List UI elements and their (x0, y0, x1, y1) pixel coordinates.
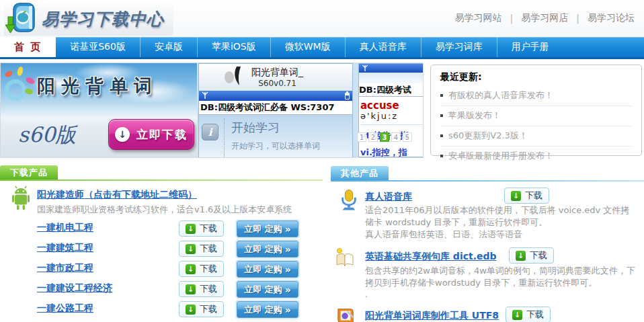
download-button-label: 下载 (200, 223, 217, 235)
download-button[interactable]: ↓ 下载 (179, 261, 224, 277)
phone-screenshot-2: DB:四级考试 accuse ə'kju:z vt.控告，指 vi.指控，指 (358, 63, 423, 157)
download-button[interactable]: ↓ 下载 (506, 307, 551, 322)
download-button[interactable]: ↓ 下载 (179, 281, 224, 297)
download-arrow-icon: ↓ (516, 251, 526, 261)
download-button-label: 下载 (200, 263, 217, 275)
order-button-label: 立即 定购 (244, 264, 282, 276)
download-arrow-icon: ↓ (115, 127, 130, 142)
banner-download-label: 立即下载 (136, 127, 188, 143)
link-forum[interactable]: 易学习论坛 (588, 12, 635, 24)
download-button[interactable]: ↓ 下载 (179, 301, 224, 317)
update-item: 有版权的真人语音库发布！ (440, 86, 632, 106)
header: 易学习下载中心 易学习网站 | 易学习网店 | 易学习论坛 (0, 0, 644, 37)
order-now-button[interactable]: 立即 定购 » (237, 241, 298, 257)
update-text: s60更新到V2.3版！ (448, 130, 528, 142)
pager-dot-2[interactable]: 2 (368, 132, 378, 142)
update-item: 安卓版最新使用手册发布！ (440, 147, 632, 166)
order-button-label: 立即 定购 (244, 243, 282, 255)
download-arrow-icon: ↓ (511, 191, 521, 201)
pager-dot-5[interactable]: 5 (403, 132, 412, 142)
order-now-button[interactable]: 立即 定购 » (237, 261, 298, 278)
download-arrow-icon: ↓ (186, 244, 196, 254)
update-text: 苹果版发布！ (448, 110, 501, 122)
voice-library-link[interactable]: 真人语音库 (365, 191, 412, 203)
builder-product-link[interactable]: 阳光建造师（点击有下载地址二维码） (37, 189, 197, 201)
course-link[interactable]: 一建建设工程经济 (37, 282, 112, 294)
link-website[interactable]: 易学习网站 (455, 12, 502, 24)
product-desc-line: 包含共享的约2w单词音标，4w单词的例句，简明词典需要此文件，下 (365, 265, 644, 277)
product-desc-line: 拷贝到手机存储卡wordstudy 目录下，重新运行软件即可。 (365, 277, 644, 289)
book-icon (334, 247, 356, 270)
battery-icon (345, 93, 350, 99)
phone-screenshot-1: 阳光背单词_ S60v0.71 DB:四级考试词汇必备 WS:7307 i 开始… (198, 63, 353, 157)
screenshot-slideshow: 阳光背单词_ S60v0.71 DB:四级考试词汇必备 WS:7307 i 开始… (197, 63, 423, 157)
order-now-button[interactable]: 立即 定购 » (237, 301, 298, 318)
bullet-icon (440, 94, 443, 97)
download-button[interactable]: ↓ 下载 (179, 241, 224, 257)
order-now-button[interactable]: 立即 定购 » (237, 220, 298, 237)
order-now-button[interactable]: 立即 定购 » (237, 281, 298, 298)
product-desc-line: 真人语音库包括英语、日语、法语等语音 (365, 229, 644, 241)
nav-tab-voice-library[interactable]: 真人语音库 (345, 37, 421, 57)
download-button-label: 下载 (530, 249, 547, 261)
banner-download-button[interactable]: ↓ 立即下载 (108, 119, 194, 150)
promo-banner: 阳光背单词 s60版 ↓ 立即下载 阳光背单词_ (0, 63, 424, 158)
db-status-line: DB:四级考试词汇必备 WS:7307 (199, 101, 352, 115)
order-button-label: 立即 定购 (244, 304, 282, 316)
bullet-icon (440, 134, 443, 137)
nav-tab-manual[interactable]: 用户手册 (497, 37, 563, 57)
download-arrow-icon: ↓ (512, 310, 522, 320)
product-desc-line: . (365, 289, 644, 299)
download-arrow-icon: ↓ (186, 284, 196, 294)
download-button-label: 下载 (200, 243, 217, 255)
download-button-label: 下载 (525, 190, 542, 202)
pager-dot-4[interactable]: 4 (391, 132, 401, 142)
nav-tab-android[interactable]: 安卓版 (140, 37, 197, 57)
recent-updates-panel: 最近更新: 有版权的真人语音库发布！ 苹果版发布！ s60更新到V2.3版！ 安… (430, 65, 642, 156)
info-icon: i (202, 124, 218, 140)
link-separator: | (576, 13, 579, 24)
download-button[interactable]: ↓ 下载 (179, 220, 224, 237)
db-status-line: DB:四级考试 (359, 83, 423, 97)
word-headword: accuse (360, 100, 423, 111)
banner-title: 阳光背单词 (37, 74, 158, 98)
chevron-right-icon: » (285, 284, 291, 295)
site-title: 易学习下载中心 (42, 8, 164, 30)
download-row: 一建建筑工程 ↓ 下载 立即 定购 » (0, 241, 316, 258)
course-link[interactable]: 一建公路工程 (37, 303, 93, 315)
pager-dot-3-active[interactable]: 3 (380, 132, 389, 142)
course-link[interactable]: 一建市政工程 (37, 262, 93, 274)
update-item: s60更新到V2.3版！ (440, 126, 632, 147)
section-tab-downloads: 下载产品 (0, 165, 58, 179)
course-link[interactable]: 一建机电工程 (37, 222, 93, 234)
link-store[interactable]: 易学习网店 (521, 12, 568, 24)
toolbook-icon (336, 307, 356, 322)
app-logo-icon (223, 66, 245, 89)
nav-tab-ios[interactable]: 苹果iOS版 (197, 37, 270, 57)
download-row: 一建建设工程经济 ↓ 下载 立即 定购 » (0, 281, 316, 298)
app-title: 阳光背单词_ (251, 67, 303, 79)
phone-statusbar (199, 91, 352, 101)
update-item: 苹果版发布！ (440, 106, 632, 126)
chevron-right-icon: » (285, 224, 291, 235)
site-logo[interactable]: 易学习下载中心 (4, 2, 173, 36)
nav-tab-windows-mobile[interactable]: 微软WM版 (270, 37, 345, 57)
download-button[interactable]: ↓ 下载 (509, 247, 554, 264)
download-button[interactable]: ↓ 下载 (504, 188, 549, 204)
nav-tab-home[interactable]: 首 页 (0, 37, 56, 57)
chevron-right-icon: » (285, 264, 291, 275)
link-separator: | (510, 13, 514, 24)
download-row: 一建机电工程 ↓ 下载 立即 定购 » (0, 220, 316, 238)
sentence-library-link[interactable]: 英语基础共享例句库 dict.edb (365, 251, 497, 263)
update-text: 有版权的真人语音库发布！ (448, 89, 553, 102)
nav-tab-dictionary[interactable]: 易学习词库 (421, 37, 497, 57)
app-menu: i 开始学习 开始学习，可以选择单词 (199, 115, 352, 157)
dict-tool-link[interactable]: 阳光背单词词库制作工具 UTF8 (365, 310, 499, 322)
antenna-icon (362, 63, 368, 75)
android-icon (9, 186, 32, 214)
course-link[interactable]: 一建建筑工程 (37, 242, 93, 254)
pager-dot-1[interactable]: 1 (357, 132, 366, 142)
banner-left: 阳光背单词 s60版 ↓ 立即下载 (1, 63, 197, 157)
nav-tab-nokia-s60[interactable]: 诺基亚S60版 (56, 37, 140, 57)
builder-product-desc: 国家建造师职业资格考试练习软件，适合v1.6及以上版本安卓系统 (37, 204, 292, 216)
